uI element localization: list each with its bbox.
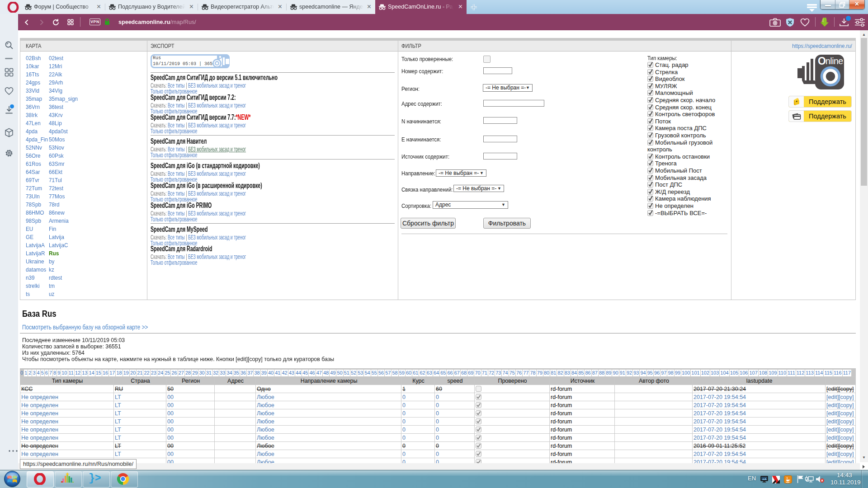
svg-text:O: O [818,55,826,67]
svg-text:nline: nline [826,56,843,66]
